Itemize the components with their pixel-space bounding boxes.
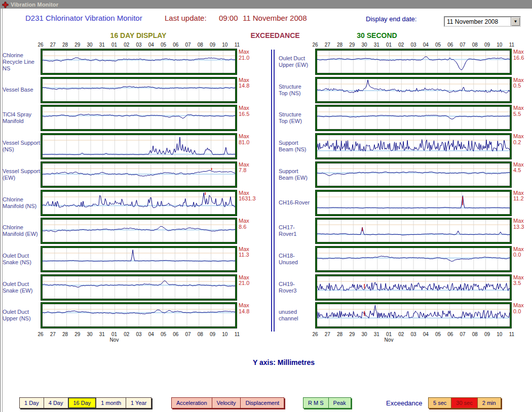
axis-tick: 29 xyxy=(349,332,355,337)
axis-tick: 29 xyxy=(74,332,80,337)
axis-tick: 10 xyxy=(222,332,227,337)
axis-tick: 11 xyxy=(235,42,240,48)
axis-tick: 06 xyxy=(447,42,453,48)
max-value: Max3.5 xyxy=(513,275,524,286)
button-5-sec[interactable]: 5 sec xyxy=(428,397,451,408)
channel-label: CH19-Rover3 xyxy=(279,274,310,301)
y-axis-units-label: Y axis: Millimetres xyxy=(253,358,315,366)
button-16-day[interactable]: 16 Day xyxy=(68,397,97,408)
strip-chart xyxy=(41,161,237,188)
channel-label: Chlorine Manifold (NS) xyxy=(3,190,40,216)
max-value: Max0.0 xyxy=(513,303,524,314)
axis-tick: 02 xyxy=(398,42,404,48)
axis-tick: 07 xyxy=(460,42,465,48)
strip-chart xyxy=(41,218,237,244)
column-separator xyxy=(271,50,275,332)
axis-tick: 08 xyxy=(198,332,203,337)
button-30-sec[interactable]: 30 sec xyxy=(451,397,477,408)
axis-tick: 10 xyxy=(222,42,227,48)
strip-chart xyxy=(315,161,512,188)
max-value: Max4.5 xyxy=(513,162,524,174)
app-icon xyxy=(2,1,9,8)
axis-tick: 01 xyxy=(111,332,117,337)
time-range-button-group: 1 Day4 Day16 Day1 month1 Year xyxy=(19,397,151,408)
channel-label: unused channel xyxy=(279,302,310,328)
last-update-label: Last update: xyxy=(165,14,207,22)
max-value: Max11.3 xyxy=(239,246,249,258)
strip-chart xyxy=(315,218,512,244)
axis-tick: 03 xyxy=(136,332,141,337)
button-peak[interactable]: Peak xyxy=(328,397,351,408)
max-value: Max21.0 xyxy=(239,275,249,286)
axis-tick: 03 xyxy=(410,42,416,48)
axis-tick: 29 xyxy=(349,42,355,48)
axis-tick: 11 xyxy=(509,42,514,48)
axis-tick: 05 xyxy=(161,332,166,337)
axis-tick: 07 xyxy=(185,332,191,337)
channel-label: Chlorine Manifold (EW) xyxy=(3,218,40,244)
button-1-year[interactable]: 1 Year xyxy=(126,397,151,408)
max-value: Max14.8 xyxy=(239,77,249,89)
axis-tick: 04 xyxy=(148,332,154,337)
display-end-date-select[interactable]: 11 November 2008 ▼ xyxy=(444,16,521,27)
axis-tick: 03 xyxy=(410,332,416,337)
strip-chart xyxy=(315,274,512,301)
axis-tick: 29 xyxy=(74,42,80,48)
axis-tick: 05 xyxy=(435,332,441,337)
last-update-date: 11 November 2008 xyxy=(243,14,307,22)
axis-tick: 01 xyxy=(386,332,392,337)
channel-label: Vessel Base xyxy=(3,77,40,103)
button-4-day[interactable]: 4 Day xyxy=(44,397,68,408)
strip-chart xyxy=(315,105,512,131)
titlebar[interactable]: Vibration Monitor xyxy=(0,0,532,9)
strip-chart xyxy=(41,302,237,328)
max-value: Max16.6 xyxy=(513,49,524,61)
button-1-day[interactable]: 1 Day xyxy=(19,397,44,408)
axis-tick: 09 xyxy=(210,332,215,337)
axis-tick: 30 xyxy=(87,332,92,337)
axis-tick: 31 xyxy=(99,332,105,337)
button-velocity[interactable]: Velocity xyxy=(212,397,241,408)
axis-tick: 26 xyxy=(37,332,43,337)
channel-label: Vessel Support (EW) xyxy=(3,161,40,188)
button-r-m-s[interactable]: R M S xyxy=(303,397,329,408)
max-value: Max14.8 xyxy=(239,303,249,314)
strip-chart xyxy=(315,190,512,216)
axis-tick: 27 xyxy=(325,332,330,337)
axis-tick: 02 xyxy=(124,42,129,48)
axis-tick: 04 xyxy=(423,332,429,337)
axis-tick: 11 xyxy=(509,332,514,337)
axis-tick: 10 xyxy=(497,332,502,337)
axis-tick: 26 xyxy=(37,42,43,48)
button-displacement[interactable]: Displacement xyxy=(240,397,284,408)
axis-tick: 27 xyxy=(50,332,56,337)
button-2-min[interactable]: 2 min xyxy=(477,397,501,408)
axis-tick: 02 xyxy=(398,332,404,337)
max-value: Max8.6 xyxy=(239,218,249,230)
strip-chart xyxy=(315,49,512,75)
last-update-time: 09:00 xyxy=(219,14,238,22)
axis-tick: 10 xyxy=(497,42,502,48)
channel-label: Oulet Duct Snake (EW) xyxy=(3,274,40,301)
axis-tick: 30 xyxy=(87,42,92,48)
axis-tick: 08 xyxy=(472,332,478,337)
axis-tick: 26 xyxy=(312,42,318,48)
max-value: Max5.5 xyxy=(513,105,524,117)
axis-tick: 03 xyxy=(136,42,141,48)
max-value: Max0.5 xyxy=(513,77,524,89)
app-window: Vibration Monitor D231 Chlorinator Vibra… xyxy=(0,0,532,412)
section-header-16day: 16 DAY DISPLAY xyxy=(110,31,167,39)
channel-label: Chlorine Recycle Line NS xyxy=(3,49,40,75)
channel-label: Vessel Support (NS) xyxy=(3,133,40,159)
axis-tick: 09 xyxy=(484,42,490,48)
max-value: Max13.3 xyxy=(513,218,524,230)
display-end-date-label: Display end date: xyxy=(366,15,416,23)
axis-tick: 01 xyxy=(111,42,117,48)
chevron-down-icon[interactable]: ▼ xyxy=(511,17,520,26)
axis-tick: 01 xyxy=(386,42,392,48)
channel-label: Support Beam (EW) xyxy=(279,161,310,188)
channel-label: CH18-Unused xyxy=(279,246,310,272)
strip-chart xyxy=(315,246,512,272)
button-1-month[interactable]: 1 month xyxy=(96,397,126,408)
button-acceleration[interactable]: Acceleration xyxy=(171,397,212,408)
